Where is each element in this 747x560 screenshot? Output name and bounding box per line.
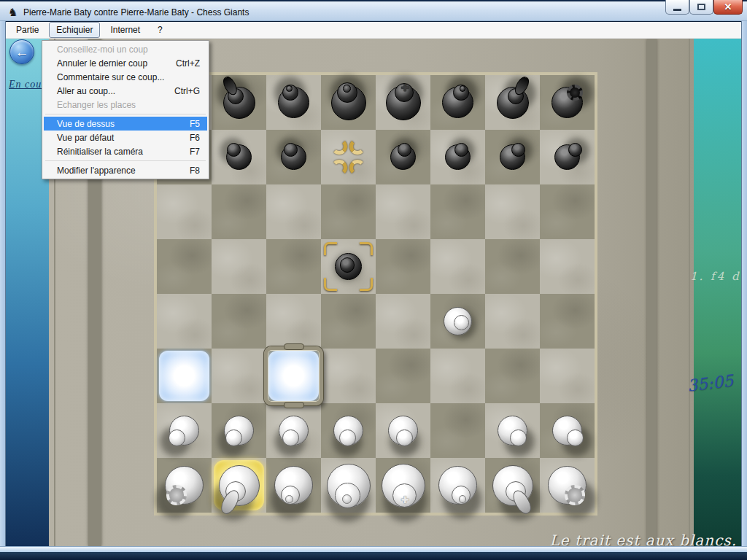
move-origin-chevron-bl-d7 bbox=[331, 160, 347, 176]
square-b5[interactable] bbox=[212, 239, 266, 294]
square-e4[interactable] bbox=[376, 294, 430, 349]
menubar-item-echiquier[interactable]: Echiquier bbox=[49, 22, 100, 38]
move-origin-chevron-tr-d7 bbox=[349, 139, 365, 155]
black-pawn-e7[interactable] bbox=[390, 144, 416, 170]
white-pawn-f4[interactable] bbox=[444, 307, 472, 335]
menu-bar[interactable]: PartieEchiquierInternet? bbox=[6, 22, 741, 39]
menu-item-r-initialiser-la-cam-ra[interactable]: Réinitialiser la caméraF7 bbox=[44, 144, 207, 158]
piece-phead bbox=[282, 429, 299, 446]
menu-item-conseillez-moi-un-coup[interactable]: Conseillez-moi un coup bbox=[44, 42, 207, 56]
square-h6[interactable] bbox=[540, 184, 595, 239]
white-pawn-b2[interactable] bbox=[224, 416, 254, 446]
black-pawn-g7[interactable] bbox=[500, 144, 525, 170]
white-rook-h1[interactable] bbox=[548, 466, 587, 505]
square-f3[interactable] bbox=[430, 349, 485, 403]
menu-item-vue-par-d-faut[interactable]: Vue par défautF6 bbox=[44, 131, 207, 144]
black-pawn-f7[interactable] bbox=[445, 144, 471, 170]
square-h5[interactable] bbox=[540, 239, 595, 294]
menu-item-commentaire-sur-ce-coup[interactable]: Commentaire sur ce coup... bbox=[44, 70, 207, 84]
black-pawn-b7[interactable] bbox=[226, 144, 252, 170]
black-rook-h8[interactable] bbox=[551, 87, 583, 118]
close-button[interactable]: ✕ bbox=[713, 0, 743, 15]
menu-item-shortcut: F6 bbox=[178, 133, 200, 143]
square-a4[interactable] bbox=[157, 294, 212, 349]
black-pawn-h7[interactable] bbox=[554, 144, 580, 170]
square-b4[interactable] bbox=[212, 294, 266, 349]
white-pawn-c2[interactable] bbox=[279, 416, 309, 446]
menubar-item-internet[interactable]: Internet bbox=[103, 22, 147, 38]
square-a6[interactable] bbox=[157, 184, 212, 239]
square-g3[interactable] bbox=[485, 349, 540, 403]
menubar-item-partie[interactable]: Partie bbox=[9, 22, 46, 38]
black-pawn-c7[interactable] bbox=[281, 144, 306, 170]
piece-turret bbox=[565, 485, 585, 505]
white-knight-b1[interactable] bbox=[219, 465, 260, 506]
echiquier-dropdown-menu[interactable]: Conseillez-moi un coupAnnuler le dernier… bbox=[42, 40, 209, 179]
move-origin-chevron-tl-d7 bbox=[331, 139, 347, 155]
white-pawn-a2[interactable] bbox=[169, 416, 199, 446]
minimize-button[interactable] bbox=[665, 0, 689, 15]
white-pawn-d2[interactable] bbox=[333, 416, 363, 446]
title-bar[interactable]: ♞ Pierre-Marie Baty contre Pierre-Marie … bbox=[0, 0, 747, 21]
white-bishop-f1[interactable] bbox=[438, 466, 477, 505]
file-label-top-f bbox=[451, 41, 465, 55]
square-h3[interactable] bbox=[540, 349, 595, 403]
black-queen-d8[interactable] bbox=[331, 85, 366, 120]
square-g6[interactable] bbox=[485, 184, 540, 239]
square-c5[interactable] bbox=[266, 239, 321, 294]
square-e3[interactable] bbox=[376, 349, 430, 403]
menu-item-annuler-le-dernier-coup[interactable]: Annuler le dernier coupCtrl+Z bbox=[44, 56, 207, 70]
white-pawn-g2[interactable] bbox=[498, 416, 527, 446]
square-b6[interactable] bbox=[212, 184, 266, 239]
black-bishop-c8[interactable] bbox=[278, 87, 309, 118]
white-queen-d1[interactable] bbox=[327, 464, 371, 508]
black-knight-b8[interactable] bbox=[223, 87, 255, 119]
black-knight-g8[interactable] bbox=[497, 87, 529, 119]
rank-label-right-5 bbox=[609, 260, 624, 274]
square-f2[interactable] bbox=[430, 403, 485, 458]
square-e6[interactable] bbox=[376, 184, 430, 239]
board-squares[interactable] bbox=[157, 75, 595, 513]
menu-item-modifier-l-apparence[interactable]: Modifier l'apparenceF8 bbox=[44, 163, 207, 177]
square-d3[interactable] bbox=[321, 349, 376, 403]
highlight-move-glow-a3[interactable] bbox=[159, 351, 209, 401]
square-a5[interactable] bbox=[157, 239, 212, 294]
black-king-e8[interactable]: ✚ bbox=[386, 85, 421, 120]
file-label-top-d bbox=[341, 41, 356, 55]
square-e5[interactable] bbox=[376, 239, 430, 294]
menu-item-label: Aller au coup... bbox=[57, 86, 115, 96]
black-pawn-d5[interactable] bbox=[335, 253, 362, 280]
maximize-button[interactable] bbox=[689, 0, 713, 15]
piece-orb bbox=[285, 495, 293, 503]
square-b3[interactable] bbox=[212, 349, 266, 403]
menubar-item-?[interactable]: ? bbox=[150, 22, 170, 38]
square-c4[interactable] bbox=[266, 294, 321, 349]
square-d4[interactable] bbox=[321, 294, 376, 349]
window-title: Pierre-Marie Baty contre Pierre-Marie Ba… bbox=[23, 7, 249, 18]
white-king-e1[interactable]: ✚ bbox=[382, 464, 425, 508]
square-f6[interactable] bbox=[430, 184, 485, 239]
menu-item-vue-de-dessus[interactable]: Vue de dessusF5 bbox=[44, 117, 207, 131]
white-bishop-c1[interactable] bbox=[274, 466, 313, 505]
menu-item-echanger-les-places[interactable]: Echanger les places bbox=[44, 98, 207, 112]
menu-item-aller-au-coup[interactable]: Aller au coup...Ctrl+G bbox=[44, 84, 207, 98]
rank-label-right-6 bbox=[609, 205, 624, 219]
white-rook-a1[interactable] bbox=[165, 466, 204, 505]
chess-giants-window: { "window": { "title": "Pierre-Marie Bat… bbox=[0, 0, 747, 560]
square-h4[interactable] bbox=[540, 294, 595, 349]
white-pawn-e2[interactable] bbox=[388, 416, 418, 446]
square-g5[interactable] bbox=[485, 239, 540, 294]
square-g4[interactable] bbox=[485, 294, 540, 349]
move-origin-chevron-br-d7 bbox=[349, 160, 365, 176]
back-arrow-icon: ← bbox=[15, 45, 29, 59]
black-bishop-f8[interactable] bbox=[442, 87, 473, 118]
back-button[interactable]: ← bbox=[9, 39, 34, 64]
white-knight-g1[interactable] bbox=[492, 465, 533, 506]
square-d6[interactable] bbox=[321, 184, 376, 239]
piece-phead bbox=[510, 429, 527, 446]
square-d7[interactable] bbox=[321, 130, 376, 184]
square-f5[interactable] bbox=[430, 239, 485, 294]
rank-label-left-1 bbox=[131, 478, 146, 493]
square-c6[interactable] bbox=[266, 184, 321, 239]
white-pawn-h2[interactable] bbox=[552, 416, 582, 446]
